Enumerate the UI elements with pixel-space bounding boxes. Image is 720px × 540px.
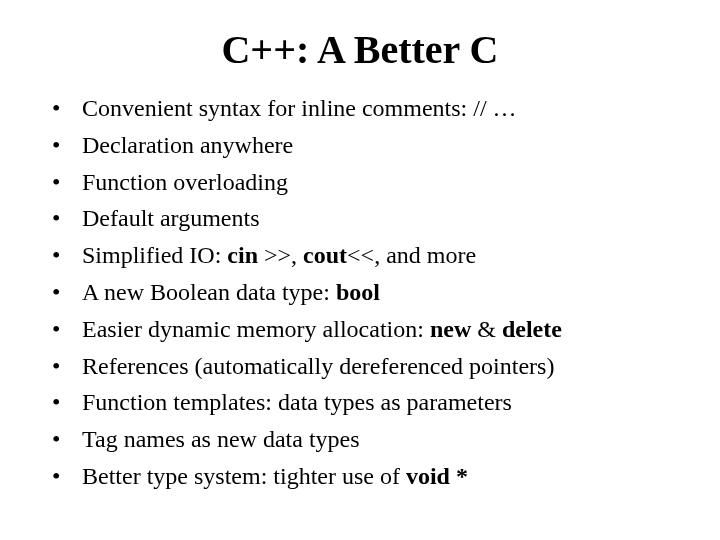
list-item: Function templates: data types as parame… — [46, 385, 680, 420]
list-item: References (automatically dereferenced p… — [46, 349, 680, 384]
text-segment: bool — [336, 279, 380, 305]
text-segment: A new Boolean data type: — [82, 279, 336, 305]
slide-title: C++: A Better C — [40, 26, 680, 73]
bullet-list: Convenient syntax for inline comments: /… — [40, 91, 680, 494]
list-item: A new Boolean data type: bool — [46, 275, 680, 310]
text-segment: <<, and more — [347, 242, 476, 268]
slide: C++: A Better C Convenient syntax for in… — [0, 0, 720, 540]
text-segment: >>, — [258, 242, 303, 268]
list-item: Default arguments — [46, 201, 680, 236]
text-segment: References (automatically dereferenced p… — [82, 353, 554, 379]
text-segment: void * — [406, 463, 468, 489]
list-item: Easier dynamic memory allocation: new & … — [46, 312, 680, 347]
list-item: Better type system: tighter use of void … — [46, 459, 680, 494]
text-segment: delete — [502, 316, 562, 342]
text-segment: Tag names as new data types — [82, 426, 360, 452]
list-item: Declaration anywhere — [46, 128, 680, 163]
text-segment: Function templates: data types as parame… — [82, 389, 512, 415]
text-segment: cin — [227, 242, 258, 268]
list-item: Tag names as new data types — [46, 422, 680, 457]
text-segment: Declaration anywhere — [82, 132, 293, 158]
text-segment: Default arguments — [82, 205, 260, 231]
text-segment: new — [430, 316, 471, 342]
text-segment: Function overloading — [82, 169, 288, 195]
text-segment: cout — [303, 242, 347, 268]
list-item: Simplified IO: cin >>, cout<<, and more — [46, 238, 680, 273]
list-item: Convenient syntax for inline comments: /… — [46, 91, 680, 126]
text-segment: Simplified IO: — [82, 242, 227, 268]
text-segment: Better type system: tighter use of — [82, 463, 406, 489]
text-segment: Convenient syntax for inline comments: /… — [82, 95, 517, 121]
text-segment: Easier dynamic memory allocation: — [82, 316, 430, 342]
text-segment: & — [471, 316, 502, 342]
list-item: Function overloading — [46, 165, 680, 200]
